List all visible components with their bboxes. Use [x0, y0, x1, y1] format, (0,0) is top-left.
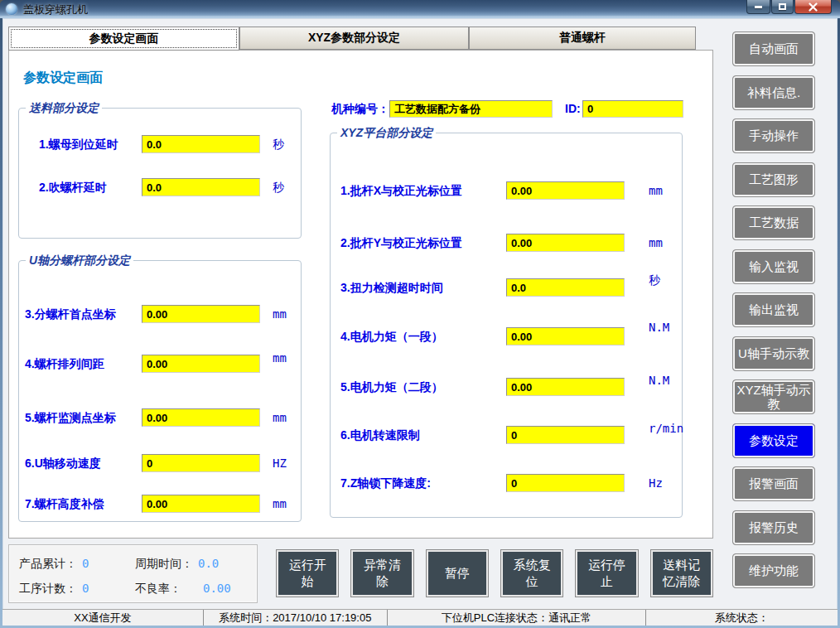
- tab-parameter-setting[interactable]: 参数设定画面: [8, 27, 239, 51]
- production-stats-panel: 产品累计： 0 周期时间： 0.0 工序计数： 0 不良率： 0.00: [8, 544, 258, 603]
- field-unit: mm: [273, 351, 287, 365]
- field-input[interactable]: [142, 355, 260, 373]
- stat-label: 工序计数：: [19, 582, 77, 597]
- sidebar-item-maintenance[interactable]: 维护功能: [732, 553, 815, 588]
- field-label: 6.电机转速限制: [340, 428, 420, 443]
- field-row: 4.螺杆排列间距 mm: [19, 355, 301, 374]
- stat-value: 0: [82, 557, 89, 570]
- window-title: 盖板穿螺孔机: [23, 2, 88, 17]
- field-unit: mm: [273, 307, 287, 321]
- field-input[interactable]: [506, 278, 625, 297]
- field-unit: mm: [649, 236, 663, 249]
- sidebar-item-input-monitor[interactable]: 输入监视: [732, 249, 815, 284]
- app-icon: [6, 3, 17, 15]
- system-reset-button[interactable]: 系统复位: [500, 549, 563, 597]
- field-label: 4.电机力矩（一段）: [340, 330, 443, 345]
- stat-value: 0: [82, 582, 89, 595]
- sidebar-item-auto-screen[interactable]: 自动画面: [732, 31, 815, 66]
- field-input[interactable]: [142, 408, 260, 427]
- field-input[interactable]: [142, 454, 260, 472]
- app-window: 盖板穿螺孔机 参数设定画面 XYZ参数部分设定 普通螺杆 参数设定画面 机种编号…: [0, 0, 840, 628]
- sidebar-item-process-data[interactable]: 工艺数据: [732, 205, 815, 240]
- group-u-axis-settings: U轴分螺杆部分设定 3.分螺杆首点坐标 mm 4.螺杆排列间距 mm 5.螺杆监…: [18, 260, 302, 522]
- field-label: 3.分螺杆首点坐标: [25, 307, 116, 322]
- field-input[interactable]: [506, 234, 625, 252]
- run-stop-button[interactable]: 运行停止: [575, 549, 638, 597]
- group-xyz-settings: XYZ平台部分设定 1.批杆X与校正光标位置 mm 2.批杆Y与校正光标位置 m…: [330, 133, 683, 518]
- field-row: 5.电机力矩（二段） N.M: [331, 378, 682, 398]
- status-plc-connection: 下位机PLC连接状态：通讯正常: [387, 610, 645, 626]
- sidebar-item-alarm-screen[interactable]: 报警画面: [732, 466, 815, 501]
- field-row: 1.批杆X与校正光标位置 mm: [331, 181, 682, 201]
- field-input[interactable]: [506, 426, 625, 444]
- machine-id-label: ID:: [565, 102, 581, 115]
- field-label: 6.U轴移动速度: [25, 457, 101, 471]
- stat-label: 产品累计：: [19, 557, 77, 572]
- sidebar-item-alarm-history[interactable]: 报警历史: [732, 510, 815, 545]
- field-unit: HZ: [273, 457, 287, 470]
- field-input[interactable]: [142, 495, 260, 513]
- status-system-time: 系统时间：2017/10/10 17:19:05: [203, 610, 387, 626]
- status-bar: XX通信开发 系统时间：2017/10/10 17:19:05 下位机PLC连接…: [2, 609, 838, 626]
- sidebar-item-u-axis-teach[interactable]: U轴手动示教: [732, 336, 815, 371]
- group-feed-settings: 送料部分设定 1.螺母到位延时 秒 2.吹螺杆延时 秒: [18, 108, 302, 239]
- field-input[interactable]: [506, 474, 625, 492]
- sidebar-item-refill-info[interactable]: 补料信息.: [732, 75, 815, 110]
- maximize-button[interactable]: [771, 0, 794, 14]
- maximize-icon: [779, 3, 786, 10]
- sidebar-nav: 自动画面 补料信息. 手动操作 工艺图形 工艺数据 输入监视 输出监视 U轴手动…: [732, 31, 815, 588]
- field-unit: 秒: [273, 181, 284, 196]
- title-bar: 盖板穿螺孔机: [0, 0, 840, 18]
- field-row: 7.Z轴锁下降速度: Hz: [331, 474, 682, 494]
- machine-id-input[interactable]: [582, 100, 683, 118]
- field-unit: N.M: [649, 321, 669, 334]
- close-button[interactable]: [794, 0, 832, 14]
- field-row: 5.螺杆监测点坐标 mm: [19, 408, 301, 428]
- field-label: 1.批杆X与校正光标位置: [340, 184, 462, 199]
- field-row: 6.电机转速限制 r/min: [331, 426, 682, 446]
- stat-value: 0.00: [203, 582, 231, 595]
- sidebar-item-manual-operation[interactable]: 手动操作: [732, 118, 815, 153]
- group-feed-title: 送料部分设定: [26, 101, 102, 116]
- field-input[interactable]: [142, 305, 260, 323]
- feed-memory-clear-button[interactable]: 送料记忆清除: [650, 549, 713, 597]
- page-title: 参数设定画面: [23, 70, 103, 87]
- field-input[interactable]: [506, 378, 625, 396]
- field-row: 7.螺杆高度补偿 mm: [19, 495, 301, 514]
- pause-button[interactable]: 暂停: [426, 549, 489, 597]
- sidebar-item-xyz-axis-teach[interactable]: XYZ轴手动示教: [732, 379, 815, 414]
- field-row: 4.电机力矩（一段） N.M: [331, 327, 682, 347]
- run-start-button[interactable]: 运行开始: [276, 549, 339, 597]
- field-unit: mm: [649, 184, 663, 197]
- field-input[interactable]: [506, 181, 625, 200]
- stat-value: 0.0: [198, 557, 219, 570]
- field-unit: Hz: [649, 476, 663, 490]
- machine-model-input[interactable]: [389, 100, 553, 118]
- field-label: 5.电机力矩（二段）: [340, 380, 443, 395]
- field-unit: 秒: [273, 138, 284, 152]
- group-u-axis-title: U轴分螺杆部分设定: [26, 254, 133, 268]
- group-xyz-title: XYZ平台部分设定: [337, 126, 436, 141]
- field-input[interactable]: [142, 178, 260, 196]
- field-label: 2.批杆Y与校正光标位置: [340, 236, 462, 251]
- tab-xyz-parameter[interactable]: XYZ参数部分设定: [239, 27, 469, 50]
- field-label: 1.螺母到位延时: [39, 138, 118, 152]
- error-clear-button[interactable]: 异常清除: [350, 549, 413, 597]
- stat-label: 周期时间：: [135, 557, 193, 572]
- field-label: 2.吹螺杆延时: [39, 181, 107, 196]
- tab-normal-screw[interactable]: 普通螺杆: [469, 27, 696, 50]
- machine-model-label: 机种编号：: [331, 102, 389, 117]
- field-unit: r/min: [649, 422, 683, 435]
- field-input[interactable]: [506, 327, 625, 345]
- minimize-button[interactable]: [746, 0, 770, 14]
- field-row: 2.批杆Y与校正光标位置 mm: [331, 234, 682, 254]
- sidebar-item-parameter-setting[interactable]: 参数设定: [732, 423, 815, 458]
- status-system-state: 系统状态：: [645, 610, 838, 626]
- field-label: 4.螺杆排列间距: [25, 357, 104, 372]
- sidebar-item-process-graphic[interactable]: 工艺图形: [732, 162, 815, 197]
- sidebar-item-output-monitor[interactable]: 输出监视: [732, 292, 815, 327]
- field-unit: mm: [273, 411, 287, 424]
- field-row: 1.螺母到位延时 秒: [19, 135, 301, 155]
- field-input[interactable]: [142, 135, 260, 153]
- field-row: 3.扭力检测超时时间 秒: [331, 278, 682, 298]
